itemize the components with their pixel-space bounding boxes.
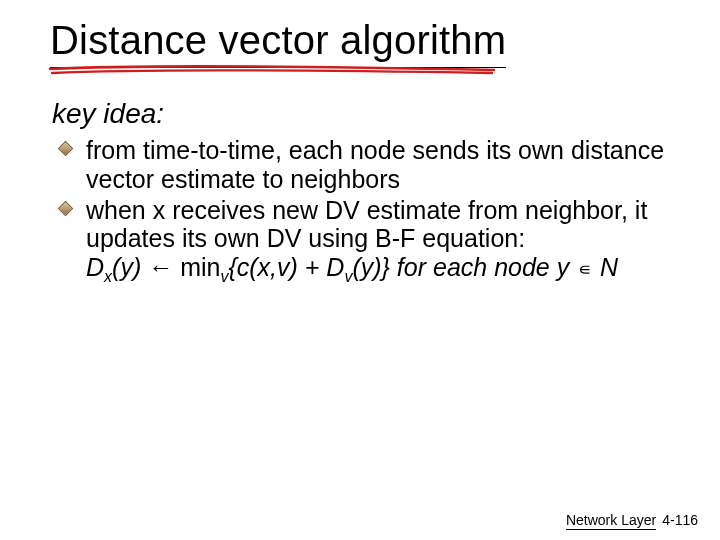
eq-sub-x: x [104, 268, 112, 285]
bullet-list: from time-to-time, each node sends its o… [50, 136, 680, 253]
footer-page: 4-116 [662, 512, 698, 528]
eq-arrow: ← [141, 253, 180, 281]
bullet-text: from time-to-time, each node sends its o… [86, 136, 664, 193]
diamond-bullet-icon [58, 200, 74, 216]
key-idea-label: key idea: [52, 98, 680, 130]
eq-D: D [86, 253, 104, 281]
eq-foreach: for each node y [390, 253, 576, 281]
list-item: from time-to-time, each node sends its o… [60, 136, 680, 194]
eq-N: N [593, 253, 618, 281]
title-underline [50, 67, 506, 68]
eq-cxv: {c(x,v) + D [228, 253, 344, 281]
diamond-bullet-icon [58, 141, 74, 157]
element-of-icon: ∊ [579, 259, 592, 280]
eq-dvy: (y)} [352, 253, 390, 281]
slide-title: Distance vector algorithm [50, 18, 506, 65]
title-block: Distance vector algorithm [50, 18, 506, 68]
slide: Distance vector algorithm key idea: from… [0, 0, 720, 540]
bullet-text: when x receives new DV estimate from nei… [86, 196, 647, 253]
eq-y: (y) [112, 253, 141, 281]
eq-min: min [180, 253, 220, 281]
equation-line: Dx(y) ← minv{c(x,v) + Dv(y)} for each no… [86, 253, 680, 286]
list-item: when x receives new DV estimate from nei… [60, 196, 680, 254]
footer: Network Layer4-116 [566, 512, 698, 528]
footer-chapter: Network Layer [566, 512, 656, 530]
